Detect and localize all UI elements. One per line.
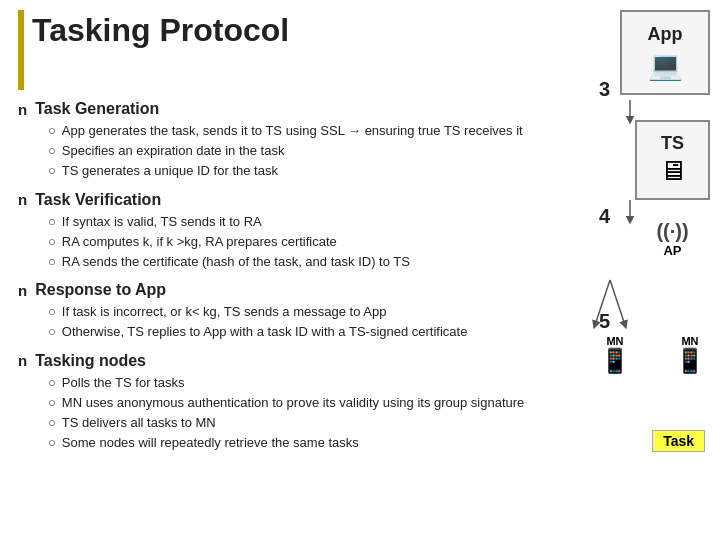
sub-bullet-icon: ○ xyxy=(48,254,56,269)
main-content: n Task Generation ○ App generates the ta… xyxy=(18,100,578,462)
sub-bullet-icon: ○ xyxy=(48,234,56,249)
page-title: Tasking Protocol xyxy=(32,12,289,49)
sub-item-text: TS generates a unique ID for the task xyxy=(62,162,278,180)
sub-bullet-icon: ○ xyxy=(48,415,56,430)
list-item: ○ RA computes k, if k >kg, RA prepares c… xyxy=(48,233,578,251)
mn-label-right: MN xyxy=(681,335,698,347)
bullet-n-2: n xyxy=(18,191,27,208)
sub-item-text: Polls the TS for tasks xyxy=(62,374,185,392)
sub-item-text: RA computes k, if k >kg, RA prepares cer… xyxy=(62,233,337,251)
section-header-task-generation: n Task Generation xyxy=(18,100,578,118)
section-header-tasking-nodes: n Tasking nodes xyxy=(18,352,578,370)
sub-items-task-verification: ○ If syntax is valid, TS sends it to RA … xyxy=(48,213,578,272)
list-item: ○ If syntax is valid, TS sends it to RA xyxy=(48,213,578,231)
sub-item-text: If task is incorrect, or k< kg, TS sends… xyxy=(62,303,387,321)
section-task-verification: n Task Verification ○ If syntax is valid… xyxy=(18,191,578,272)
sub-items-tasking-nodes: ○ Polls the TS for tasks ○ MN uses anony… xyxy=(48,374,578,453)
sub-item-text: TS delivers all tasks to MN xyxy=(62,414,216,432)
sub-bullet-icon: ○ xyxy=(48,435,56,450)
phone-icon-left: 📱 xyxy=(600,347,630,375)
svg-line-7 xyxy=(610,280,625,325)
accent-bar xyxy=(18,10,24,90)
wifi-icon: ((·)) xyxy=(656,220,688,243)
mn-label-left: MN xyxy=(606,335,623,347)
ts-box: TS 🖥 xyxy=(635,120,710,200)
sub-item-text: RA sends the certificate (hash of the ta… xyxy=(62,253,410,271)
list-item: ○ Some nodes will repeatedly retrieve th… xyxy=(48,434,578,452)
section-response-to-app: n Response to App ○ If task is incorrect… xyxy=(18,281,578,341)
server-icon: 🖥 xyxy=(659,154,687,187)
list-item: ○ RA sends the certificate (hash of the … xyxy=(48,253,578,271)
bullet-n-4: n xyxy=(18,352,27,369)
sub-bullet-icon: ○ xyxy=(48,324,56,339)
section-title-task-generation: Task Generation xyxy=(35,100,159,118)
section-header-task-verification: n Task Verification xyxy=(18,191,578,209)
phone-icon-right: 📱 xyxy=(675,347,705,375)
section-title-tasking-nodes: Tasking nodes xyxy=(35,352,146,370)
list-item: ○ TS delivers all tasks to MN xyxy=(48,414,578,432)
list-item: ○ If task is incorrect, or k< kg, TS sen… xyxy=(48,303,578,321)
arrow-ap-mn xyxy=(555,275,710,335)
sub-bullet-icon: ○ xyxy=(48,375,56,390)
list-item: ○ Otherwise, TS replies to App with a ta… xyxy=(48,323,578,341)
sub-item-text: Some nodes will repeatedly retrieve the … xyxy=(62,434,359,452)
section-tasking-nodes: n Tasking nodes ○ Polls the TS for tasks… xyxy=(18,352,578,453)
list-item: ○ Polls the TS for tasks xyxy=(48,374,578,392)
number-5-badge: 5 xyxy=(599,310,610,333)
sub-items-task-generation: ○ App generates the task, sends it to TS… xyxy=(48,122,578,181)
section-task-generation: n Task Generation ○ App generates the ta… xyxy=(18,100,578,181)
ts-label: TS xyxy=(661,133,684,154)
sub-item-text: App generates the task, sends it to TS u… xyxy=(62,122,523,140)
sub-bullet-icon: ○ xyxy=(48,143,56,158)
list-item: ○ MN uses anonymous authentication to pr… xyxy=(48,394,578,412)
sub-item-text: MN uses anonymous authentication to prov… xyxy=(62,394,524,412)
section-title-response-to-app: Response to App xyxy=(35,281,166,299)
list-item: ○ App generates the task, sends it to TS… xyxy=(48,122,578,140)
sub-bullet-icon: ○ xyxy=(48,395,56,410)
mn-area-right: MN 📱 xyxy=(675,335,705,375)
mn-area-left: MN 📱 xyxy=(600,335,630,375)
app-label: App xyxy=(648,24,683,45)
number-3-badge: 3 xyxy=(599,78,610,101)
sub-bullet-icon: ○ xyxy=(48,163,56,178)
laptop-icon: 💻 xyxy=(648,49,683,82)
sub-bullet-icon: ○ xyxy=(48,123,56,138)
app-box: App 💻 xyxy=(620,10,710,95)
task-badge: Task xyxy=(652,430,705,452)
sub-item-text: If syntax is valid, TS sends it to RA xyxy=(62,213,262,231)
bullet-n-1: n xyxy=(18,101,27,118)
sub-bullet-icon: ○ xyxy=(48,304,56,319)
number-4-badge: 4 xyxy=(599,205,610,228)
list-item: ○ TS generates a unique ID for the task xyxy=(48,162,578,180)
sub-item-text: Specifies an expiration date in the task xyxy=(62,142,285,160)
diagram-area: App 💻 3 TS 🖥 4 ((·)) AP 5 MN xyxy=(555,10,710,530)
section-header-response-to-app: n Response to App xyxy=(18,281,578,299)
sub-item-text: Otherwise, TS replies to App with a task… xyxy=(62,323,468,341)
ap-area: ((·)) AP xyxy=(635,220,710,258)
ap-label: AP xyxy=(663,243,681,258)
sub-items-response-to-app: ○ If task is incorrect, or k< kg, TS sen… xyxy=(48,303,578,341)
section-title-task-verification: Task Verification xyxy=(35,191,161,209)
bullet-n-3: n xyxy=(18,282,27,299)
list-item: ○ Specifies an expiration date in the ta… xyxy=(48,142,578,160)
sub-bullet-icon: ○ xyxy=(48,214,56,229)
